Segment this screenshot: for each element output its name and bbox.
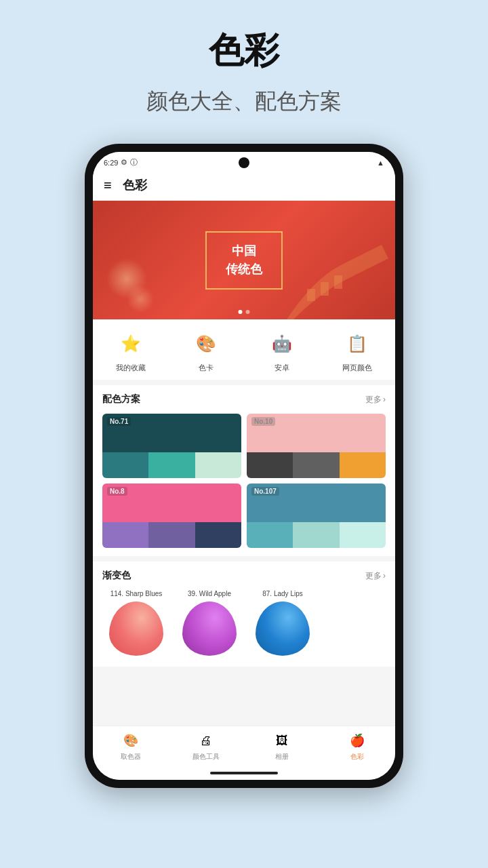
gradient-section: 渐变色 更多 › 114. Sharp Blues 39. Wild Apple <box>93 561 395 667</box>
gradient-title: 渐变色 <box>102 570 131 582</box>
quick-icon-colorcard[interactable]: 🎨 色卡 <box>169 329 245 373</box>
gradient-header: 渐变色 更多 › <box>102 570 386 582</box>
palette-no-10: No.10 <box>251 417 275 426</box>
home-indicator <box>210 772 278 774</box>
banner-text: 中国 传统色 <box>205 231 283 290</box>
picker-icon: 🎨 <box>122 732 140 749</box>
svg-rect-0 <box>307 289 315 301</box>
palette-no-8: No.8 <box>107 487 127 496</box>
gradient-label-39: 39. Wild Apple <box>176 590 243 597</box>
color-label: 色彩 <box>350 752 364 762</box>
android-label: 安卓 <box>274 363 289 373</box>
tools-icon: 🖨 <box>197 732 215 749</box>
tools-label: 颜色工具 <box>192 752 220 762</box>
camera-notch <box>239 157 249 168</box>
gradient-more[interactable]: 更多 › <box>365 570 386 582</box>
album-icon: 🖼 <box>273 732 291 749</box>
phone-frame: 6:29 ⚙ ⓘ ▲ ≡ 色彩 <box>85 144 403 788</box>
banner-frame: 中国 传统色 <box>205 231 283 290</box>
favorites-icon: ⭐ <box>116 329 146 359</box>
picker-label: 取色器 <box>121 752 141 762</box>
status-settings-icon: ⚙ <box>121 158 127 167</box>
nav-item-color[interactable]: 🍎 色彩 <box>320 732 396 762</box>
scroll-content[interactable]: 中国 传统色 ⭐ 我的收藏 🎨 色卡 <box>93 201 395 726</box>
album-label: 相册 <box>275 752 289 762</box>
banner-dots <box>239 310 250 314</box>
palette-grid: No.71 No.10 <box>102 414 386 548</box>
android-icon: 🤖 <box>267 329 297 359</box>
palette-section: 配色方案 更多 › No.71 <box>93 385 395 556</box>
status-right: ▲ <box>377 159 384 167</box>
gradient-label-114: 114. Sharp Blues <box>102 590 170 597</box>
web-label: 网页颜色 <box>342 363 372 373</box>
status-left: 6:29 ⚙ ⓘ <box>104 157 138 167</box>
gradient-circle-39 <box>182 601 237 656</box>
banner-deco2 <box>127 285 154 313</box>
palette-more[interactable]: 更多 › <box>365 394 386 406</box>
gradient-item-114[interactable]: 114. Sharp Blues <box>102 590 170 656</box>
nav-item-tools[interactable]: 🖨 颜色工具 <box>169 732 245 762</box>
nav-item-album[interactable]: 🖼 相册 <box>244 732 320 762</box>
web-icon: 📋 <box>342 329 372 359</box>
gradient-circle-114 <box>109 601 163 656</box>
quick-icons: ⭐ 我的收藏 🎨 色卡 🤖 安卓 📋 网页颜色 <box>93 319 395 380</box>
colorcard-label: 色卡 <box>199 363 214 373</box>
app-bar-title: 色彩 <box>123 177 147 193</box>
colorcard-icon: 🎨 <box>191 329 221 359</box>
gradient-list: 114. Sharp Blues 39. Wild Apple 87. Lady… <box>102 590 386 658</box>
color-icon: 🍎 <box>348 732 366 749</box>
gradient-label-87: 87. Lady Lips <box>249 590 317 597</box>
palette-card-107[interactable]: No.107 <box>247 484 386 548</box>
banner[interactable]: 中国 传统色 <box>93 201 395 319</box>
home-bar <box>93 768 395 780</box>
banner-decoration <box>273 224 395 319</box>
palette-card-10[interactable]: No.10 <box>247 414 386 478</box>
app-bar: ≡ 色彩 <box>93 170 395 201</box>
nav-item-picker[interactable]: 🎨 取色器 <box>93 732 169 762</box>
palette-header: 配色方案 更多 › <box>102 393 386 406</box>
palette-title: 配色方案 <box>102 393 140 406</box>
menu-icon[interactable]: ≡ <box>104 178 112 193</box>
palette-no-71: No.71 <box>107 417 131 426</box>
svg-rect-2 <box>334 275 342 289</box>
dot-1 <box>239 310 243 314</box>
dot-2 <box>246 310 250 314</box>
quick-icon-favorites[interactable]: ⭐ 我的收藏 <box>93 329 169 373</box>
gradient-item-87[interactable]: 87. Lady Lips <box>249 590 317 656</box>
gradient-item-39[interactable]: 39. Wild Apple <box>176 590 243 656</box>
page-title: 色彩 <box>209 27 279 75</box>
gradient-circle-87 <box>256 601 310 656</box>
svg-rect-1 <box>321 282 329 296</box>
quick-icon-android[interactable]: 🤖 安卓 <box>244 329 320 373</box>
palette-card-8[interactable]: No.8 <box>102 484 241 548</box>
banner-line1: 中国 <box>226 242 262 260</box>
page-subtitle: 颜色大全、配色方案 <box>146 87 342 117</box>
palette-card-71[interactable]: No.71 <box>102 414 241 478</box>
palette-no-107: No.107 <box>251 487 279 496</box>
phone-screen: 6:29 ⚙ ⓘ ▲ ≡ 色彩 <box>93 152 395 780</box>
quick-icon-web[interactable]: 📋 网页颜色 <box>320 329 396 373</box>
status-info-icon: ⓘ <box>130 157 138 167</box>
favorites-label: 我的收藏 <box>116 363 146 373</box>
status-signal-icon: ▲ <box>377 159 384 167</box>
status-time: 6:29 <box>104 159 118 167</box>
banner-line2: 传统色 <box>226 260 262 279</box>
bottom-nav: 🎨 取色器 🖨 颜色工具 🖼 相册 🍎 色彩 <box>93 726 395 768</box>
